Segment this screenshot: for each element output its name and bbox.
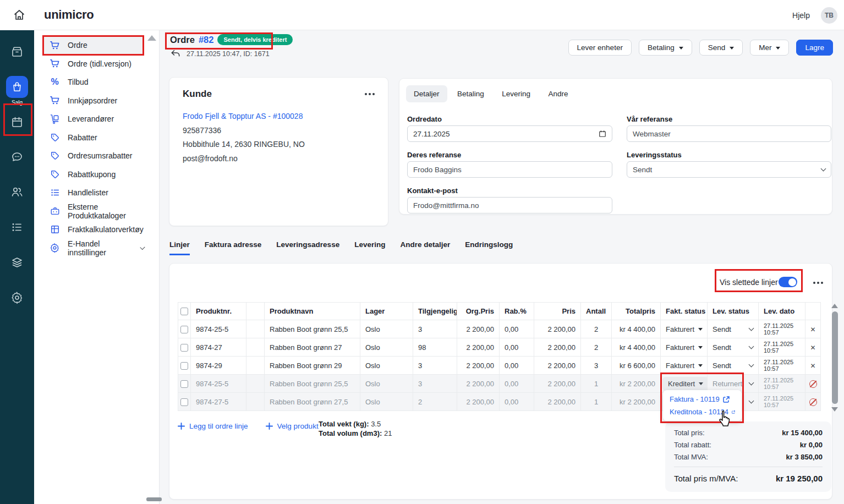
tab-andre-detaljer[interactable]: Andre detaljer [400, 240, 450, 255]
row-checkbox[interactable] [180, 344, 188, 352]
lines-more-menu[interactable] [813, 282, 823, 284]
lev-status-select[interactable]: Sendt [713, 361, 753, 370]
sidebar-item-tilbud[interactable]: Tilbud [42, 73, 144, 92]
creditnote-link[interactable]: Kreditnota - 10124 [670, 408, 735, 416]
tag-icon [50, 132, 60, 143]
layers-icon[interactable] [10, 256, 24, 269]
sidebar-item-ordre-tidl[interactable]: Ordre (tidl.versjon) [42, 54, 144, 73]
calendar-icon[interactable] [599, 130, 606, 138]
header-actions: Lever enheter Betaling Send Mer Lagre [568, 40, 833, 56]
delete-line-button[interactable] [810, 344, 815, 352]
tab-detaljer[interactable]: Detaljer [406, 85, 447, 102]
leveringsstatus-label: Leveringsstatus [627, 151, 682, 159]
sidebar-item-ordre[interactable]: Ordre [42, 36, 144, 55]
deliver-units-button[interactable]: Lever enheter [568, 40, 632, 56]
sidebar-item-fraktkalkulatorverktoy[interactable]: Fraktkalkulatorverktøy [42, 221, 144, 239]
tab-betaling[interactable]: Betaling [450, 85, 492, 102]
col-totalpris[interactable]: Totalpris [612, 303, 661, 320]
sidebar-item-label: Eksterne Produktkataloger [68, 202, 144, 220]
tab-levering[interactable]: Levering [494, 85, 538, 102]
tab-leveringsadresse[interactable]: Leveringsadresse [276, 240, 339, 255]
invoice-link[interactable]: Faktura - 10119 [670, 395, 735, 403]
col-tilgjengelig[interactable]: Tilgjengelig [413, 303, 457, 320]
scroll-up-icon[interactable] [831, 304, 838, 308]
tab-andre[interactable]: Andre [540, 85, 576, 102]
back-arrow-icon[interactable] [170, 48, 181, 59]
row-checkbox[interactable] [180, 362, 188, 370]
avatar[interactable]: TB [821, 7, 837, 24]
chat-icon[interactable] [10, 150, 24, 163]
deres-referanse-input[interactable]: Frodo Baggins [407, 161, 612, 178]
lev-status-select[interactable]: Returnert [713, 380, 753, 388]
customer-address: Hobbithule 14, 2630 RINGEBU, NO [183, 140, 305, 149]
send-dropdown-button[interactable]: Send [699, 40, 743, 56]
var-referanse-input[interactable]: Webmaster [627, 125, 831, 142]
sales-nav-active[interactable] [6, 76, 28, 98]
sidebar-item-rabatter[interactable]: Rabatter [42, 128, 144, 147]
sidebar-item-rabattkupong[interactable]: Rabattkupong [42, 165, 144, 184]
select-all-checkbox[interactable] [180, 308, 188, 315]
col-fakt-status[interactable]: Fakt. status [661, 303, 708, 320]
col-rab[interactable]: Rab.% [500, 303, 534, 320]
settings-gear-icon[interactable] [10, 291, 24, 304]
row-checkbox[interactable] [180, 380, 188, 388]
customer-more-menu[interactable] [365, 93, 375, 95]
col-lev-status[interactable]: Lev. status [708, 303, 759, 320]
sidebar-item-ordresumsrabatter[interactable]: Ordresumsrabatter [42, 147, 144, 166]
tab-linjer[interactable]: Linjer [169, 240, 190, 255]
fakt-status-dropdown[interactable]: Fakturert [666, 361, 703, 370]
scroll-down-icon[interactable] [831, 407, 838, 412]
help-link[interactable]: Hjelp [792, 11, 810, 20]
leveringsstatus-select[interactable]: Sendt [627, 161, 831, 178]
lev-status-select[interactable]: Sendt [713, 325, 753, 333]
fakt-status-dropdown[interactable]: Fakturert [666, 325, 703, 333]
sidebar-item-handlelister[interactable]: Handlelister [42, 184, 144, 202]
sidebar-item-innkjopsordrer[interactable]: Innkjøpsordrer [42, 91, 144, 110]
col-antall[interactable]: Antall [581, 303, 612, 320]
sidebar-item-eksterne-produktkataloger[interactable]: Eksterne Produktkataloger [42, 202, 144, 221]
sidebar-item-label: Ordresumsrabatter [68, 151, 132, 160]
delete-line-button[interactable] [810, 326, 815, 333]
save-button[interactable]: Lagre [796, 40, 833, 56]
tab-endringslogg[interactable]: Endringslogg [465, 240, 513, 255]
payment-dropdown-button[interactable]: Betaling [639, 40, 692, 56]
col-pris[interactable]: Pris [534, 303, 581, 320]
kreditert-status-dropdown-open[interactable]: Kreditert [662, 377, 708, 391]
add-order-line-button[interactable]: Legg til ordre linje [178, 422, 248, 430]
percent-icon [50, 77, 60, 87]
menu-scroll-up-icon[interactable] [147, 35, 156, 41]
more-dropdown-button[interactable]: Mer [750, 40, 789, 56]
choose-product-button[interactable]: Velg produkt [266, 422, 319, 430]
contacts-icon[interactable] [10, 185, 24, 199]
col-produktnavn[interactable]: Produktnavn [265, 303, 360, 320]
tag-icon [50, 151, 60, 161]
kontakt-epost-input[interactable]: Frodo@mittfirma.no [407, 197, 612, 213]
col-lev-dato[interactable]: Lev. dato [759, 303, 805, 320]
row-checkbox[interactable] [180, 398, 188, 406]
table-scrollbar[interactable] [830, 303, 840, 419]
sidebar-item-leverandorer[interactable]: Leverandører [42, 110, 144, 129]
archive-icon[interactable] [10, 45, 24, 58]
fakt-status-dropdown[interactable]: Fakturert [666, 343, 703, 352]
delete-line-button[interactable] [810, 362, 815, 370]
tab-faktura-adresse[interactable]: Faktura adresse [205, 240, 262, 255]
kontakt-epost-label: Kontakt-e-post [407, 187, 458, 195]
details-tabs: Detaljer Betaling Levering Andre [406, 85, 576, 102]
col-orgpris[interactable]: Org.Pris [457, 303, 500, 320]
tasks-list-icon[interactable] [10, 221, 24, 234]
show-deleted-toggle[interactable] [779, 277, 797, 287]
ordredato-input[interactable]: 27.11.2025 [407, 125, 612, 142]
home-icon[interactable] [13, 8, 26, 21]
order-number[interactable]: #82 [199, 35, 214, 45]
sidebar-item-ehandel-innstillinger[interactable]: E-Handel innstillinger [42, 239, 144, 258]
customer-name-link[interactable]: Frodo Fjell & Topptur AS - #100028 [183, 112, 303, 120]
tag-icon [50, 169, 60, 179]
lev-status-select[interactable]: Sendt [713, 343, 753, 352]
col-produktnr[interactable]: Produktnr. [191, 303, 246, 320]
col-lager[interactable]: Lager [360, 303, 413, 320]
scrollbar-thumb[interactable] [832, 311, 838, 404]
calendar-icon[interactable] [10, 116, 24, 129]
row-checkbox[interactable] [180, 326, 188, 333]
tab-levering[interactable]: Levering [354, 240, 385, 255]
menu-scrollbar-thumb[interactable] [146, 497, 162, 501]
